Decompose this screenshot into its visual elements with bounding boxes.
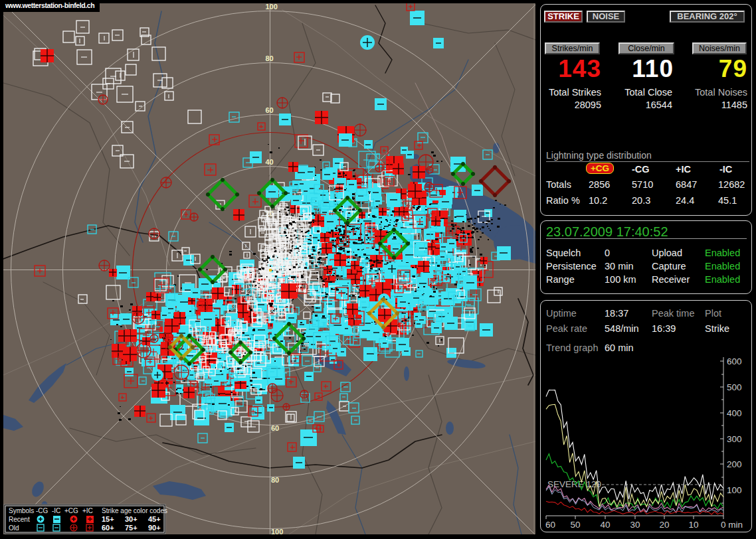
svg-text:Symbols: Symbols (9, 507, 34, 514)
svg-text:80: 80 (266, 54, 274, 62)
svg-text:300: 300 (727, 434, 742, 444)
svg-text:75+: 75+ (125, 524, 138, 532)
svg-text:60: 60 (545, 520, 555, 530)
svg-text:-IC: -IC (52, 507, 60, 514)
svg-text:60: 60 (266, 106, 274, 114)
svg-text:600: 600 (727, 356, 742, 366)
svg-text:-CG: -CG (36, 507, 48, 514)
svg-text:+CG: +CG (64, 507, 78, 514)
svg-text:100: 100 (266, 3, 278, 11)
svg-text:200: 200 (727, 459, 742, 469)
svg-text:400: 400 (727, 408, 742, 418)
svg-text:+IC: +IC (82, 507, 93, 514)
svg-text:100: 100 (271, 528, 283, 534)
svg-text:Old: Old (9, 524, 19, 532)
svg-text:60: 60 (271, 424, 279, 432)
svg-text:60+: 60+ (102, 524, 114, 532)
svg-text:80: 80 (271, 476, 279, 484)
svg-text:Recent: Recent (9, 516, 30, 523)
svg-text:15+: 15+ (102, 515, 114, 523)
svg-text:Strike age color codes: Strike age color codes (102, 507, 167, 514)
svg-text:500: 500 (727, 382, 742, 392)
svg-text:40: 40 (266, 158, 274, 166)
svg-text:100: 100 (727, 485, 742, 495)
svg-text:45+: 45+ (148, 515, 161, 523)
svg-text:0 min: 0 min (721, 520, 743, 530)
svg-text:10: 10 (688, 520, 698, 530)
svg-text:40: 40 (600, 520, 610, 530)
svg-text:90+: 90+ (148, 524, 161, 532)
svg-text:50: 50 (570, 520, 580, 530)
svg-text:20: 20 (659, 520, 669, 530)
svg-text:30: 30 (630, 520, 640, 530)
svg-text:30+: 30+ (125, 515, 138, 523)
